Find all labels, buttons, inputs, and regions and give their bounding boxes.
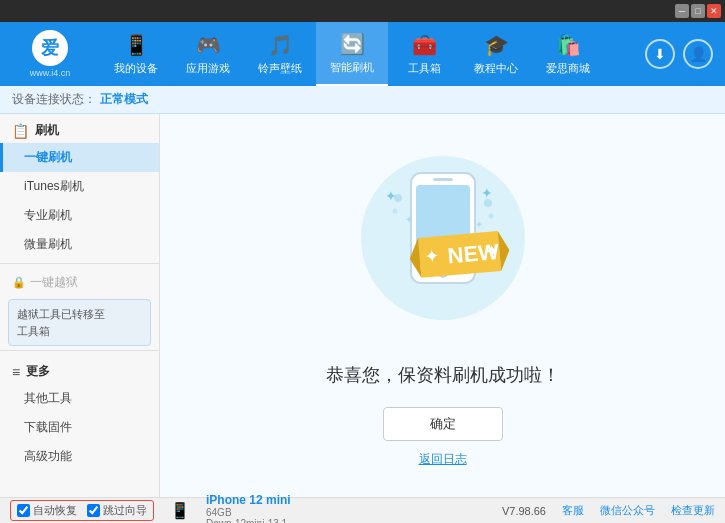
wechat-link[interactable]: 微信公众号 (600, 503, 655, 518)
nav-smart-flash-label: 智能刷机 (330, 60, 374, 75)
minimize-button[interactable]: ─ (675, 4, 689, 18)
svg-text:✦: ✦ (405, 214, 413, 225)
game-icon: 🎮 (196, 33, 221, 57)
svg-text:✦: ✦ (423, 246, 440, 267)
header: 爱 www.i4.cn 📱 我的设备 🎮 应用游戏 🎵 铃声壁纸 🔄 智能刷机 … (0, 22, 725, 86)
store-icon: 🛍️ (556, 33, 581, 57)
device-section: 📱 iPhone 12 mini 64GB Down-12mini-13,1 (170, 493, 291, 524)
svg-rect-4 (433, 178, 453, 181)
svg-text:✦: ✦ (481, 185, 493, 201)
main-layout: 📋 刷机 一键刷机 iTunes刷机 专业刷机 微量刷机 🔒 一键越狱 越狱工具… (0, 114, 725, 497)
nav-ringtones[interactable]: 🎵 铃声壁纸 (244, 22, 316, 86)
device-name: iPhone 12 mini (206, 493, 291, 507)
bottom-left: 自动恢复 跳过向导 📱 iPhone 12 mini 64GB Down-12m… (10, 493, 502, 524)
music-icon: 🎵 (268, 33, 293, 57)
logo-text: www.i4.cn (30, 68, 71, 78)
nav-store[interactable]: 🛍️ 爱思商城 (532, 22, 604, 86)
sidebar-flash-section: 📋 刷机 (0, 114, 159, 143)
window-controls: ─ □ ✕ (675, 4, 721, 18)
main-content: ✦ NEW ✦ ✦ ✦ ✦ ✦ 恭喜您，保资料刷机成功啦！ 确定 返回日志 (160, 114, 725, 497)
version-text: V7.98.66 (502, 505, 546, 517)
sidebar-jailbreak-section: 🔒 一键越狱 (0, 268, 159, 295)
back-link[interactable]: 返回日志 (419, 451, 467, 468)
status-value: 正常模式 (100, 91, 148, 108)
status-label: 设备连接状态： (12, 91, 96, 108)
skip-wizard-label[interactable]: 跳过向导 (87, 503, 147, 518)
title-bar: ─ □ ✕ (0, 0, 725, 22)
sidebar: 📋 刷机 一键刷机 iTunes刷机 专业刷机 微量刷机 🔒 一键越狱 越狱工具… (0, 114, 160, 497)
nav-smart-flash[interactable]: 🔄 智能刷机 (316, 22, 388, 86)
sidebar-item-pro-flash[interactable]: 专业刷机 (0, 201, 159, 230)
nav-toolbox[interactable]: 🧰 工具箱 (388, 22, 460, 86)
sidebar-item-micro-flash[interactable]: 微量刷机 (0, 230, 159, 259)
sidebar-divider-2 (0, 350, 159, 351)
status-bar: 设备连接状态： 正常模式 (0, 86, 725, 114)
sidebar-item-other-tools[interactable]: 其他工具 (0, 384, 159, 413)
logo-icon: 爱 (32, 30, 68, 66)
bottom-bar: 自动恢复 跳过向导 📱 iPhone 12 mini 64GB Down-12m… (0, 497, 725, 523)
nav-apps-games-label: 应用游戏 (186, 61, 230, 76)
hero-illustration: ✦ NEW ✦ ✦ ✦ ✦ ✦ (343, 143, 543, 343)
nav-store-label: 爱思商城 (546, 61, 590, 76)
more-section-icon: ≡ (12, 364, 20, 380)
svg-text:✦: ✦ (483, 241, 500, 262)
auto-restore-label[interactable]: 自动恢复 (17, 503, 77, 518)
nav-toolbox-label: 工具箱 (408, 61, 441, 76)
flash-section-title: 刷机 (35, 122, 59, 139)
auto-restore-checkbox[interactable] (17, 504, 30, 517)
auto-restore-text: 自动恢复 (33, 503, 77, 518)
nav-tutorials-label: 教程中心 (474, 61, 518, 76)
tutorials-icon: 🎓 (484, 33, 509, 57)
svg-point-14 (488, 214, 493, 219)
close-button[interactable]: ✕ (707, 4, 721, 18)
maximize-button[interactable]: □ (691, 4, 705, 18)
flash-section-icon: 📋 (12, 123, 29, 139)
sidebar-item-advanced[interactable]: 高级功能 (0, 442, 159, 471)
nav-apps-games[interactable]: 🎮 应用游戏 (172, 22, 244, 86)
jailbreak-section-title: 一键越狱 (30, 274, 78, 291)
phone-icon: 📱 (124, 33, 149, 57)
nav-tutorials[interactable]: 🎓 教程中心 (460, 22, 532, 86)
success-text: 恭喜您，保资料刷机成功啦！ (326, 363, 560, 387)
nav-my-device[interactable]: 📱 我的设备 (100, 22, 172, 86)
device-version: Down-12mini-13,1 (206, 518, 291, 524)
nav-ringtones-label: 铃声壁纸 (258, 61, 302, 76)
svg-text:✦: ✦ (385, 188, 397, 204)
lock-icon: 🔒 (12, 276, 26, 289)
bottom-right: V7.98.66 客服 微信公众号 检查更新 (502, 503, 715, 518)
skip-wizard-checkbox[interactable] (87, 504, 100, 517)
device-storage: 64GB (206, 507, 291, 518)
checkbox-group: 自动恢复 跳过向导 (10, 500, 154, 521)
confirm-button[interactable]: 确定 (383, 407, 503, 441)
refresh-icon: 🔄 (340, 32, 365, 56)
sidebar-more-section: ≡ 更多 (0, 355, 159, 384)
hero-svg: ✦ NEW ✦ ✦ ✦ ✦ ✦ (343, 143, 543, 343)
check-update-link[interactable]: 检查更新 (671, 503, 715, 518)
svg-text:✦: ✦ (475, 219, 483, 230)
more-section-title: 更多 (26, 363, 50, 380)
sidebar-divider-1 (0, 263, 159, 264)
user-button[interactable]: 👤 (683, 39, 713, 69)
device-info: iPhone 12 mini 64GB Down-12mini-13,1 (206, 493, 291, 524)
jailbreak-info-box: 越狱工具已转移至工具箱 (8, 299, 151, 346)
sidebar-item-itunes-flash[interactable]: iTunes刷机 (0, 172, 159, 201)
sidebar-item-one-key-flash[interactable]: 一键刷机 (0, 143, 159, 172)
sidebar-item-download-firmware[interactable]: 下载固件 (0, 413, 159, 442)
phone-small-icon: 📱 (170, 501, 190, 520)
logo-area: 爱 www.i4.cn (0, 22, 100, 86)
nav-my-device-label: 我的设备 (114, 61, 158, 76)
service-link[interactable]: 客服 (562, 503, 584, 518)
skip-wizard-text: 跳过向导 (103, 503, 147, 518)
download-button[interactable]: ⬇ (645, 39, 675, 69)
toolbox-icon: 🧰 (412, 33, 437, 57)
nav-right: ⬇ 👤 (645, 39, 725, 69)
svg-point-12 (392, 209, 397, 214)
nav-items: 📱 我的设备 🎮 应用游戏 🎵 铃声壁纸 🔄 智能刷机 🧰 工具箱 🎓 教程中心… (100, 22, 645, 86)
